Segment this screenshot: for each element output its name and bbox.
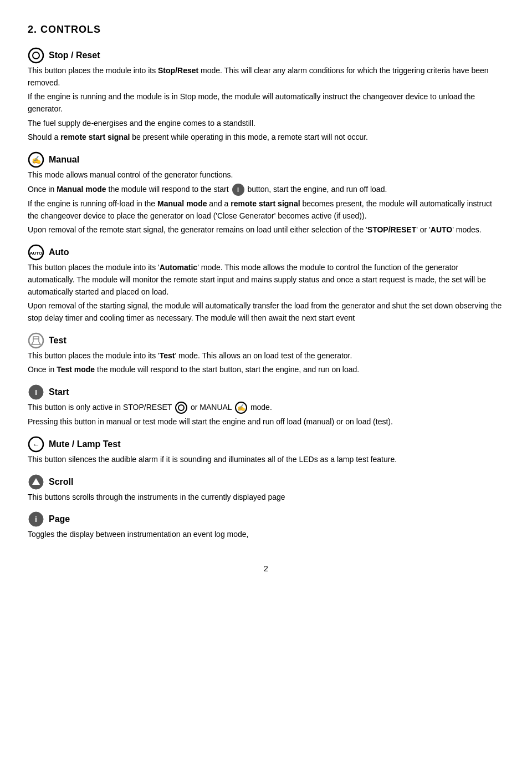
stop-icon-row: Stop / Reset <box>28 47 504 64</box>
svg-text:i: i <box>35 515 37 524</box>
page-section: i Page Toggles the display between instr… <box>28 511 504 541</box>
start-p2: Pressing this button in manual or test m… <box>28 416 504 428</box>
stop-section: Stop / Reset This button places the modu… <box>28 47 504 144</box>
page-icon: i <box>28 511 44 528</box>
mute-section: ← Mute / Lamp Test This button silences … <box>28 436 504 466</box>
test-section: Test This button places the module into … <box>28 332 504 376</box>
mute-p1: This button silences the audible alarm i… <box>28 454 504 466</box>
svg-point-1 <box>33 52 39 59</box>
page-icon-row: i Page <box>28 511 504 528</box>
scroll-section: Scroll This buttons scrolls through the … <box>28 474 504 504</box>
manual-icon-row: ✍ Manual <box>28 151 504 168</box>
svg-text:I: I <box>35 388 37 397</box>
auto-icon: AUTO <box>28 244 44 261</box>
stop-inline-icon <box>175 402 187 414</box>
start-icon-row: I Start <box>28 384 504 400</box>
test-title: Test <box>49 334 66 347</box>
manual-title: Manual <box>49 153 79 166</box>
auto-section: AUTO Auto This button places the module … <box>28 244 504 324</box>
stop-title: Stop / Reset <box>49 49 100 62</box>
start-title: Start <box>49 386 69 399</box>
scroll-icon-row: Scroll <box>28 474 504 490</box>
manual-inline-icon: ✍ <box>235 402 247 414</box>
svg-text:✍: ✍ <box>32 155 42 165</box>
manual-p1: This mode allows manual control of the g… <box>28 169 504 181</box>
svg-point-6 <box>29 333 43 348</box>
auto-p2: Upon removal of the starting signal, the… <box>28 300 504 324</box>
scroll-title: Scroll <box>49 475 73 489</box>
auto-title: Auto <box>49 246 69 259</box>
page-heading: 2. CONTROLS <box>28 22 504 37</box>
start-inline-icon: I <box>232 184 244 196</box>
svg-text:←: ← <box>33 440 40 449</box>
scroll-p1: This buttons scrolls through the instrum… <box>28 491 504 504</box>
test-p2: Once in Test mode the module will respon… <box>28 364 504 376</box>
stop-p4: Should a remote start signal be present … <box>28 131 504 144</box>
manual-icon: ✍ <box>28 151 44 168</box>
start-section: I Start This button is only active in ST… <box>28 384 504 428</box>
mute-icon: ← <box>28 436 44 453</box>
svg-point-0 <box>29 48 43 63</box>
stop-p1: This button places the module into its S… <box>28 65 504 89</box>
page-p1: Toggles the display between instrumentat… <box>28 529 504 541</box>
test-icon-row: Test <box>28 332 504 349</box>
scroll-icon <box>28 474 44 490</box>
start-icon: I <box>28 384 44 400</box>
manual-section: ✍ Manual This mode allows manual control… <box>28 151 504 236</box>
stop-p2: If the engine is running and the module … <box>28 91 504 115</box>
stop-icon <box>28 47 44 64</box>
mute-icon-row: ← Mute / Lamp Test <box>28 436 504 453</box>
page-title: Page <box>49 513 70 526</box>
test-icon <box>28 332 44 349</box>
auto-p1: This button places the module into its '… <box>28 262 504 298</box>
manual-p4: Upon removal of the remote start signal,… <box>28 224 504 236</box>
manual-p3: If the engine is running off-load in the… <box>28 198 504 222</box>
auto-icon-row: AUTO Auto <box>28 244 504 261</box>
mute-title: Mute / Lamp Test <box>49 438 121 451</box>
start-p1: This button is only active in STOP/RESET… <box>28 402 504 414</box>
page-number: 2 <box>28 563 504 575</box>
test-p1: This button places the module into its '… <box>28 350 504 362</box>
manual-p2: Once in Manual mode the module will resp… <box>28 184 504 196</box>
svg-text:AUTO: AUTO <box>30 251 43 256</box>
stop-p3: The fuel supply de-energises and the eng… <box>28 118 504 130</box>
